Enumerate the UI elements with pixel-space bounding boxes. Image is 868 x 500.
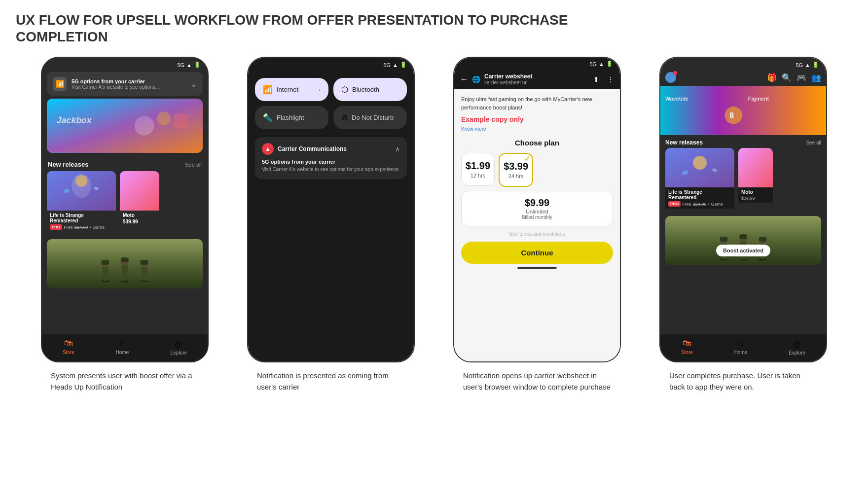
phone-1-nav-store[interactable]: 🛍 Store bbox=[63, 338, 74, 356]
phone-3-know-more-link[interactable]: Know more bbox=[461, 126, 613, 132]
svg-text:Figment: Figment bbox=[748, 96, 769, 102]
phone-4-nav-home-label: Home bbox=[734, 350, 748, 355]
phone-3-screen: 5G ▲ 🔋 ← 🌐 Carrier websheet carrier webs… bbox=[454, 58, 620, 361]
phone-2-battery-icon: 🔋 bbox=[400, 62, 407, 68]
phone-4-game-card-2[interactable]: Moto $39.99 bbox=[738, 148, 773, 212]
phone-2-carrier-notif-title: 5G options from your carrier bbox=[262, 159, 400, 165]
phone-4-game-info-1: Life is Strange Remastered PRO Free $24.… bbox=[665, 187, 734, 209]
phone-1-see-all[interactable]: See all bbox=[185, 162, 202, 168]
svg-rect-42 bbox=[739, 234, 747, 239]
phone-4-game-name-1: Life is Strange Remastered bbox=[668, 189, 731, 200]
phone-1-game-info-1: Life is Strange Remastered PRO Free $24.… bbox=[47, 211, 116, 232]
phone-1-notif-icon: 📶 bbox=[53, 77, 67, 91]
phone-4-column: 5G ▲ 🔋 🎁 🔍 🎮 👥 bbox=[647, 57, 839, 393]
phone-1-game-type-label-1: Game bbox=[93, 225, 105, 230]
phone-1-notification[interactable]: 📶 5G options from your carrier Visit Car… bbox=[47, 72, 203, 96]
phone-3-back-button[interactable]: ← bbox=[460, 75, 468, 84]
phone-1-game-card-1[interactable]: Life is Strange Remastered PRO Free $24.… bbox=[47, 171, 116, 235]
svg-rect-38 bbox=[720, 237, 728, 242]
phone-4-boost-activated-badge: Boost activated bbox=[716, 245, 770, 256]
flashlight-icon: 🔦 bbox=[263, 113, 273, 122]
phone-1-game-art-1 bbox=[47, 171, 116, 211]
svg-rect-21 bbox=[142, 266, 147, 281]
phone-2-carrier-icon: ▲ bbox=[262, 143, 274, 155]
svg-point-30 bbox=[693, 156, 707, 170]
phone-1-game-info-2: Moto $39.99 bbox=[120, 211, 159, 226]
phone-4-section-title: New releases bbox=[665, 139, 703, 146]
phone-3-content-area: Enjoy ultra fast gaming on the go with M… bbox=[454, 89, 620, 361]
phone-4-see-all[interactable]: See all bbox=[806, 140, 821, 145]
phone-3-plan-1-price: $1.99 bbox=[466, 160, 490, 172]
phone-2-tile-bluetooth[interactable]: ⬡ Bluetooth bbox=[333, 78, 407, 101]
phone-2-carrier-notification[interactable]: ▲ Carrier Communications ∧ 5G options fr… bbox=[255, 137, 407, 179]
phone-3-plan-1-wrap: $1.99 12 hrs bbox=[461, 153, 495, 187]
phone-1-nav-home[interactable]: ⌂ Home bbox=[116, 338, 129, 356]
wifi-icon: 📶 bbox=[263, 85, 273, 94]
phone-4-frame: 5G ▲ 🔋 🎁 🔍 🎮 👥 bbox=[659, 57, 827, 362]
phone-2-quick-tiles: 📶 Internet › ⬡ Bluetooth 🔦 Flashlight bbox=[248, 70, 414, 133]
phone-2-tile-internet[interactable]: 📶 Internet › bbox=[255, 78, 328, 101]
phone-1-nav-home-label: Home bbox=[116, 350, 129, 355]
phone-2-tile-dnd[interactable]: ⊘ Do Not Disturb bbox=[333, 106, 407, 129]
phone-4-nav-home[interactable]: ⌂ Home bbox=[734, 338, 748, 356]
svg-point-3 bbox=[157, 112, 171, 126]
phone-3-status-bar: 5G ▲ 🔋 bbox=[454, 58, 620, 69]
phone-3-unlimited-plan[interactable]: $9.99 Unlimited Billed monthly bbox=[461, 191, 613, 226]
gift-icon[interactable]: 🎁 bbox=[767, 73, 777, 82]
phone-1-battery-icon: 🔋 bbox=[194, 62, 201, 68]
phone-2-5g: 5G bbox=[383, 62, 391, 68]
phone-3-battery-icon: 🔋 bbox=[606, 61, 613, 67]
phone-4-caption: User completes purchase. User is taken b… bbox=[669, 370, 817, 393]
phone-4-battery-icon: 🔋 bbox=[812, 62, 819, 68]
phone-1-notif-subtitle: Visit Carrier A's website to see options… bbox=[72, 84, 185, 90]
phone-3-plan-1[interactable]: $1.99 12 hrs bbox=[461, 153, 495, 186]
search-icon[interactable]: 🔍 bbox=[782, 73, 792, 82]
phone-2-carrier-notif-body: Visit Carrier A's website to see options… bbox=[262, 166, 400, 173]
phone-2-screen: 5G ▲ 🔋 📶 Internet › ⬡ Bluetooth bbox=[248, 58, 414, 361]
phone-4-banner: Wavetide Figment 8 bbox=[660, 86, 826, 135]
phone-1-frame: 5G ▲ 🔋 📶 5G options from your carrier Vi… bbox=[41, 57, 209, 362]
phone-3-share-icon[interactable]: ⬆ bbox=[593, 75, 599, 83]
phone-1-banner-bg: Jackbox bbox=[47, 99, 203, 153]
phone-1-notif-expand-icon[interactable]: ⌄ bbox=[190, 79, 197, 89]
phone-3-more-icon[interactable]: ⋮ bbox=[607, 75, 614, 83]
phone-3-plan-2-wrap: $3.99 24 hrs ✓ bbox=[499, 153, 533, 187]
phone-4-game-art-2 bbox=[738, 148, 773, 187]
friends-icon[interactable]: 👥 bbox=[811, 73, 821, 82]
phone-2-caption: Notification is presented as coming from… bbox=[257, 370, 405, 393]
phone-3-5g: 5G bbox=[589, 61, 597, 67]
phone-1-game-type-1: • bbox=[89, 225, 91, 230]
phone-4-game-card-1[interactable]: Life is Strange Remastered PRO Free $24.… bbox=[665, 148, 734, 212]
phone-4-nav-explore-label: Explore bbox=[789, 350, 805, 356]
phone-4-store-icon: 🛍 bbox=[683, 338, 691, 349]
phone-4-nav-store[interactable]: 🛍 Store bbox=[681, 338, 693, 356]
phone-4-section-header: New releases See all bbox=[660, 135, 826, 148]
phone-1-nav-explore[interactable]: ◎ Explore bbox=[170, 338, 187, 356]
gamepad-icon[interactable]: 🎮 bbox=[796, 73, 806, 82]
phone-2-tile-internet-label: Internet bbox=[277, 86, 298, 93]
phone-3-unlimited-label: Unlimited bbox=[466, 209, 609, 214]
phone-2-tile-flashlight[interactable]: 🔦 Flashlight bbox=[255, 106, 328, 129]
phone-4-free-label: Free bbox=[682, 202, 691, 207]
phone-4-avatar bbox=[665, 72, 676, 83]
phone-1-column: 5G ▲ 🔋 📶 5G options from your carrier Vi… bbox=[29, 57, 221, 393]
phone-1-signal-icon: ▲ bbox=[186, 62, 192, 68]
svg-point-7 bbox=[75, 175, 87, 187]
phone-2-carrier-expand-icon[interactable]: ∧ bbox=[395, 145, 400, 153]
phone-4-game-name-2: Moto bbox=[741, 189, 770, 195]
phone-1-game-card-2[interactable]: Moto $39.99 bbox=[120, 171, 159, 235]
phone-4-status-bar: 5G ▲ 🔋 bbox=[660, 58, 826, 70]
phone-1-status-bar: 5G ▲ 🔋 bbox=[42, 58, 208, 70]
phone-3-url: carrier websheet url bbox=[484, 80, 589, 85]
dnd-icon: ⊘ bbox=[341, 113, 348, 122]
phone-3-choose-plan-title: Choose plan bbox=[461, 139, 613, 147]
phone-3-signal-icon: ▲ bbox=[599, 61, 604, 67]
phone-1-soldier-banner bbox=[47, 239, 203, 288]
phone-4-game-meta-1: PRO Free $24.99 • Game bbox=[668, 201, 731, 207]
phone-1-5g-indicator: 5G bbox=[177, 62, 184, 68]
phone-3-continue-button[interactable]: Continue bbox=[461, 242, 613, 264]
phone-4-game-price-2: $39.99 bbox=[741, 196, 755, 201]
home-icon: ⌂ bbox=[120, 338, 125, 349]
page-title: UX FLOW FOR UPSELL WORKFLOW FROM OFFER P… bbox=[16, 12, 608, 45]
phone-4-nav-explore[interactable]: ◎ Explore bbox=[789, 338, 805, 356]
